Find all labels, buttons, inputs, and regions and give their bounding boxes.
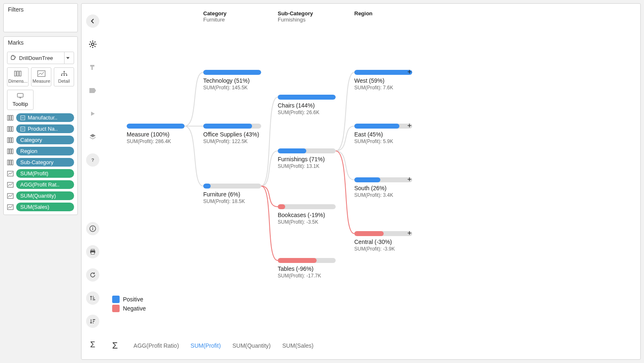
mark-type-dropdown[interactable]: DrillDownTree: [7, 52, 74, 64]
node-technology[interactable]: Technology (51%) SUM(Profit): 145.5K: [203, 70, 261, 91]
line-chart-icon: [7, 193, 14, 199]
columns-icon: [7, 160, 14, 165]
field-pill[interactable]: Product Na..: [16, 124, 74, 133]
svg-rect-15: [10, 127, 11, 131]
svg-rect-36: [92, 228, 93, 230]
format-button[interactable]: [86, 61, 99, 74]
columns-icon: [7, 126, 14, 132]
svg-rect-40: [93, 296, 94, 297]
line-chart-icon: [7, 182, 14, 188]
filters-panel: Filters: [3, 3, 78, 32]
svg-rect-43: [93, 319, 95, 320]
field-label: Manufactur..: [28, 115, 58, 121]
chevron-down-icon: [64, 52, 71, 64]
node-west[interactable]: + West (59%) SUM(Profit): 7.6K: [354, 70, 412, 91]
footer-item[interactable]: SUM(Quantity): [232, 342, 271, 349]
sigma-button[interactable]: Σ: [86, 338, 99, 351]
node-central[interactable]: + Central (-30%) SUM(Profit): -3.9K: [354, 231, 412, 252]
field-pill[interactable]: SUM(Quantity): [16, 191, 74, 200]
shelf-measure[interactable]: Measure: [31, 67, 51, 86]
expand-icon[interactable]: +: [407, 122, 412, 129]
extension-icon: [10, 54, 17, 62]
field-item[interactable]: Region: [7, 147, 74, 155]
play-button[interactable]: [86, 107, 99, 120]
hierarchy-icon: [60, 70, 68, 77]
shelf-detail[interactable]: Detail: [54, 67, 74, 86]
legend-swatch-negative: [112, 305, 120, 312]
field-pill[interactable]: Region: [16, 147, 74, 155]
svg-text:?: ?: [91, 158, 94, 162]
label-button[interactable]: [86, 84, 99, 97]
field-item[interactable]: Manufactur..: [7, 113, 74, 122]
header-category: CategoryFurniture: [203, 10, 226, 23]
fields-list: Manufactur..Product Na..CategoryRegionSu…: [7, 113, 74, 211]
sidebar: Filters Marks DrillDownTree: [0, 0, 81, 363]
expand-icon[interactable]: +: [407, 229, 412, 237]
collapse-button[interactable]: [86, 14, 99, 28]
svg-rect-1: [17, 71, 19, 76]
field-pill[interactable]: SUM(Profit): [16, 169, 74, 178]
node-root[interactable]: Measure (100%) SUM(Profit): 286.4K: [127, 124, 185, 144]
footer-item[interactable]: AGG(Profit Ratio): [134, 342, 179, 349]
field-item[interactable]: SUM(Profit): [7, 169, 74, 178]
field-item[interactable]: Sub-Category: [7, 158, 74, 167]
line-chart-icon: [37, 70, 46, 77]
node-office-supplies[interactable]: Office Supplies (43%) SUM(Profit): 122.5…: [203, 124, 261, 144]
field-item[interactable]: Category: [7, 136, 74, 144]
marks-panel: Marks DrillDownTree Dimens...: [3, 36, 78, 215]
layers-button[interactable]: [86, 130, 99, 143]
tool-column: ? Σ: [82, 4, 104, 359]
sort-asc-button[interactable]: [86, 291, 99, 305]
field-label: Category: [20, 137, 42, 143]
header-region: Region: [354, 10, 372, 17]
settings-button[interactable]: [86, 38, 99, 51]
sigma-icon: Σ: [112, 340, 118, 351]
node-chairs[interactable]: Chairs (144%) SUM(Profit): 26.6K: [278, 95, 336, 115]
field-pill[interactable]: SUM(Sales): [16, 203, 74, 211]
svg-rect-8: [17, 93, 23, 97]
footer-item[interactable]: SUM(Sales): [282, 342, 313, 349]
shelf-tooltip[interactable]: Tooltip: [7, 90, 34, 110]
node-tables[interactable]: Tables (-96%) SUM(Profit): -17.7K: [278, 258, 336, 279]
node-east[interactable]: + East (45%) SUM(Profit): 5.9K: [354, 124, 412, 144]
filters-body[interactable]: [4, 15, 77, 32]
footer-item-active[interactable]: SUM(Profit): [190, 342, 221, 349]
node-south[interactable]: + South (26%) SUM(Profit): 3.4K: [354, 177, 412, 198]
help-button[interactable]: ?: [86, 153, 99, 167]
field-pill[interactable]: AGG(Profit Rat..: [16, 180, 74, 189]
svg-rect-25: [7, 160, 9, 165]
svg-rect-24: [12, 149, 13, 154]
svg-rect-11: [12, 115, 13, 120]
refresh-button[interactable]: [86, 268, 99, 282]
field-label: AGG(Profit Rat..: [20, 182, 60, 188]
field-item[interactable]: SUM(Quantity): [7, 191, 74, 200]
field-pill[interactable]: Category: [16, 136, 74, 144]
node-furnishings[interactable]: Furnishings (71%) SUM(Profit): 13.1K: [278, 148, 336, 169]
expand-icon[interactable]: +: [407, 68, 412, 76]
svg-rect-14: [7, 127, 9, 131]
shelf-dimensions[interactable]: Dimens...: [7, 67, 29, 86]
expand-icon[interactable]: +: [407, 176, 412, 183]
node-bookcases[interactable]: Bookcases (-19%) SUM(Profit): -3.5K: [278, 204, 336, 225]
svg-point-32: [91, 43, 94, 45]
svg-rect-23: [10, 149, 11, 154]
svg-rect-0: [14, 71, 16, 76]
field-item[interactable]: AGG(Profit Rat..: [7, 180, 74, 189]
viz-canvas[interactable]: CategoryFurniture Sub-CategoryFurnishing…: [104, 4, 640, 359]
legend-label-positive: Positive: [123, 296, 143, 303]
field-pill[interactable]: Manufactur..: [16, 113, 74, 122]
field-item[interactable]: Product Na..: [7, 124, 74, 133]
svg-rect-21: [12, 138, 13, 143]
field-item[interactable]: SUM(Sales): [7, 203, 74, 211]
info-button[interactable]: [86, 222, 99, 235]
svg-rect-3: [38, 71, 45, 76]
field-pill[interactable]: Sub-Category: [16, 158, 74, 167]
node-furniture[interactable]: Furniture (6%) SUM(Profit): 18.5K: [203, 184, 261, 204]
sort-desc-button[interactable]: [86, 315, 99, 328]
print-button[interactable]: [86, 245, 99, 258]
columns-icon: [7, 148, 14, 154]
filters-title: Filters: [4, 4, 77, 15]
svg-rect-20: [10, 138, 11, 143]
columns-icon: [7, 115, 14, 121]
svg-rect-19: [7, 138, 9, 143]
